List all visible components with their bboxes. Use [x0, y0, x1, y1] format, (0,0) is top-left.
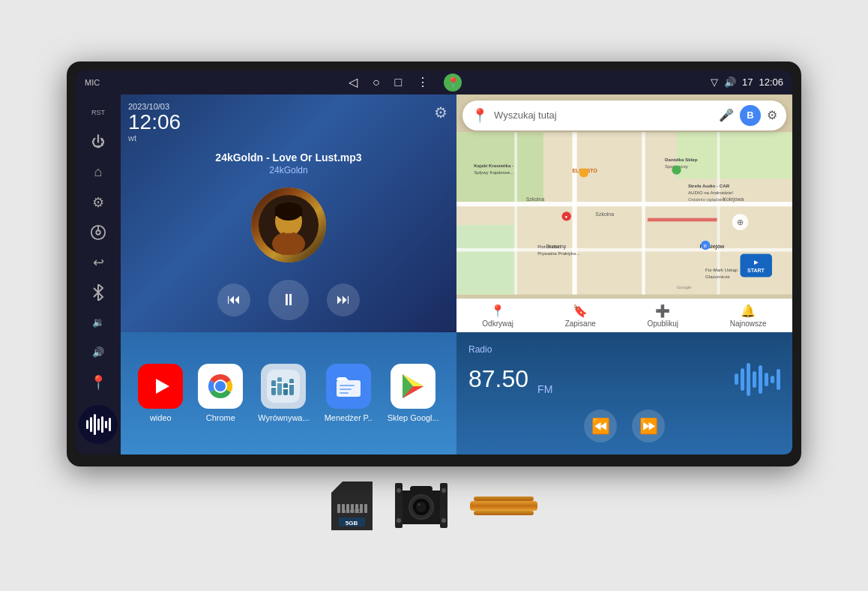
- svg-rect-79: [351, 504, 354, 513]
- grid-content: 2023/10/03 12:06 wt ⚙ 24kGoldn - Love Or…: [121, 94, 792, 454]
- sidebar-power-icon[interactable]: ⏻: [82, 129, 115, 156]
- music-title: 24kGoldn - Love Or Lust.mp3: [133, 152, 444, 164]
- sidebar-rst-label[interactable]: RST: [82, 99, 115, 126]
- sidebar-volume-up-icon[interactable]: 🔊: [82, 339, 115, 366]
- map-settings-icon[interactable]: ⚙: [767, 108, 777, 122]
- app-item-chrome[interactable]: Chrome: [198, 364, 243, 422]
- map-search-bar[interactable]: 📍 Wyszukaj tutaj 🎤 B ⚙: [462, 100, 786, 130]
- music-controls: ⏮ ⏸ ⏭: [133, 280, 444, 320]
- sidebar-radio-icon[interactable]: [82, 219, 115, 246]
- sdcard-icon: 5GB microSD: [331, 482, 373, 530]
- square-nav-icon[interactable]: □: [395, 76, 403, 89]
- radio-rewind-button[interactable]: ⏪: [584, 410, 617, 442]
- audio-wave-button[interactable]: [79, 405, 118, 444]
- svg-rect-66: [340, 392, 349, 394]
- home-nav-icon[interactable]: ○: [373, 76, 380, 89]
- najnowsze-label: Najnowsze: [730, 320, 767, 328]
- equalizer-icon: [261, 364, 306, 409]
- filemanager-label: Menedżer P..: [325, 413, 373, 422]
- maps-pin-icon[interactable]: 📍: [444, 74, 462, 92]
- radio-band: FM: [537, 383, 552, 395]
- svg-rect-96: [474, 496, 534, 501]
- sidebar-bluetooth-icon[interactable]: [82, 279, 115, 306]
- car-screen: MIC ◁ ○ □ ⋮ 📍 ▽ 🔊 17 12:06: [67, 62, 801, 466]
- svg-text:Szkolna: Szkolna: [595, 212, 614, 217]
- svg-point-87: [418, 503, 421, 506]
- next-button[interactable]: ⏭: [327, 284, 360, 316]
- svg-rect-76: [337, 504, 340, 513]
- left-sidebar: RST ⏻ ⌂ ⚙ ↩ 🔉 🔊 📍: [76, 94, 121, 454]
- radio-freq-row: 87.50 FM: [468, 361, 780, 398]
- sidebar-home-icon[interactable]: ⌂: [82, 159, 115, 186]
- chrome-label: Chrome: [206, 413, 235, 422]
- map-nav-najnowsze[interactable]: 🔔 Najnowsze: [730, 304, 767, 328]
- map-nav-zapisane[interactable]: 🔖 Zapisane: [565, 304, 596, 328]
- apps-grid: wideo: [136, 364, 441, 422]
- svg-rect-97: [474, 511, 534, 515]
- svg-rect-95: [470, 501, 537, 511]
- svg-point-91: [397, 488, 401, 493]
- map-user-button[interactable]: B: [740, 105, 761, 126]
- zapisane-label: Zapisane: [565, 320, 596, 328]
- music-panel: 2023/10/03 12:06 wt ⚙ 24kGoldn - Love Or…: [121, 94, 456, 332]
- play-pause-button[interactable]: ⏸: [268, 280, 309, 320]
- status-bar: MIC ◁ ○ □ ⋮ 📍 ▽ 🔊 17 12:06: [76, 70, 792, 94]
- svg-text:B: B: [704, 243, 707, 248]
- svg-point-52: [215, 381, 226, 392]
- sidebar-settings-icon[interactable]: ⚙: [82, 189, 115, 216]
- equalizer-label: Wyrównywa...: [258, 413, 309, 422]
- svg-rect-80: [355, 504, 358, 513]
- map-nav-opublikuj[interactable]: ➕ Opublikuj: [647, 304, 678, 328]
- camera-icon: [395, 483, 447, 528]
- svg-rect-64: [340, 385, 355, 386]
- svg-text:Kolejowa: Kolejowa: [723, 196, 744, 202]
- sdcard-accessory: 5GB microSD: [331, 482, 373, 530]
- back-nav-icon[interactable]: ◁: [349, 75, 358, 89]
- svg-text:Glazurnicze: Glazurnicze: [705, 274, 730, 279]
- odkrywaj-label: Odkrywaj: [482, 320, 513, 328]
- map-nav-odkrywaj[interactable]: 📍 Odkrywaj: [482, 304, 513, 328]
- status-time: 12:06: [759, 76, 783, 88]
- playstore-icon: [391, 364, 435, 409]
- svg-rect-14: [642, 132, 645, 294]
- svg-text:Spływy Kajakowe...: Spływy Kajakowe...: [474, 169, 513, 174]
- camera-accessory: [395, 483, 447, 528]
- prev-button[interactable]: ⏮: [217, 284, 250, 316]
- status-bar-right: ▽ 🔊 17 12:06: [711, 76, 783, 88]
- trim-accessory: [470, 496, 537, 515]
- music-settings-icon[interactable]: ⚙: [434, 104, 447, 122]
- datetime-overlay: 2023/10/03 12:06 wt: [128, 102, 181, 143]
- svg-point-93: [441, 488, 446, 493]
- more-nav-icon[interactable]: ⋮: [417, 75, 429, 89]
- sidebar-location-icon[interactable]: 📍: [82, 369, 115, 396]
- app-item-filemanager[interactable]: Menedżer P..: [325, 364, 373, 422]
- radio-forward-button[interactable]: ⏩: [632, 410, 665, 442]
- youtube-label: wideo: [150, 413, 172, 422]
- svg-rect-15: [456, 248, 792, 251]
- apps-panel: wideo: [121, 332, 456, 454]
- sidebar-volume-down-icon[interactable]: 🔉: [82, 309, 115, 336]
- radio-wave-display: [735, 361, 780, 398]
- svg-point-86: [416, 502, 427, 512]
- svg-text:AUDIO na Androidzie!: AUDIO na Androidzie!: [688, 190, 734, 195]
- svg-point-92: [397, 518, 401, 523]
- map-bottom-bar: 📍 Odkrywaj 🔖 Zapisane ➕ Opublikuj: [456, 298, 792, 332]
- sidebar-back-icon[interactable]: ↩: [82, 249, 115, 276]
- map-mic-icon[interactable]: 🎤: [719, 108, 734, 122]
- svg-rect-16: [514, 132, 517, 294]
- svg-rect-13: [572, 132, 576, 294]
- wave-bars: [86, 414, 111, 435]
- opublikuj-label: Opublikuj: [647, 320, 678, 328]
- svg-text:START: START: [747, 268, 765, 273]
- svg-rect-55: [277, 377, 282, 395]
- app-item-playstore[interactable]: Sklep Googl...: [388, 364, 439, 422]
- svg-rect-18: [648, 218, 717, 221]
- svg-rect-61: [288, 383, 295, 385]
- svg-text:Prywatna Praktyka...: Prywatna Praktyka...: [537, 250, 580, 256]
- music-date: 2023/10/03: [128, 102, 181, 111]
- maps-logo-icon: 📍: [471, 107, 488, 124]
- svg-text:Ostatnio oglądane: Ostatnio oglądane: [688, 196, 726, 202]
- app-item-youtube[interactable]: wideo: [138, 364, 183, 422]
- app-item-equalizer[interactable]: Wyrównywa...: [258, 364, 309, 422]
- svg-text:Danielka Sklep: Danielka Sklep: [665, 156, 698, 161]
